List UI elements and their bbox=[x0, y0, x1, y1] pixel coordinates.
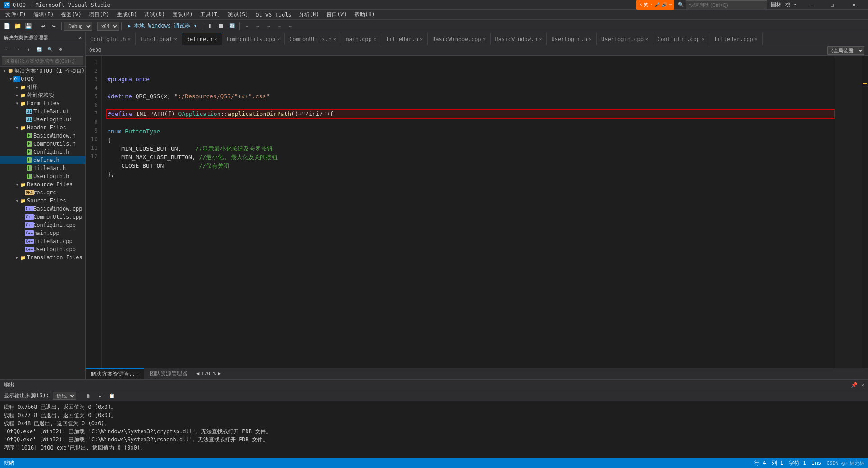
tab-close-userlogin-cpp[interactable]: ✕ bbox=[645, 37, 648, 41]
tree-expand-formfiles[interactable]: ▼ bbox=[14, 101, 20, 106]
quick-search-input[interactable] bbox=[686, 0, 767, 9]
tab-close-basicwindow-h[interactable]: ✕ bbox=[539, 37, 542, 41]
tab-configini-cpp[interactable]: ConfigIni.cpp✕ bbox=[653, 33, 709, 45]
close-button[interactable]: ✕ bbox=[844, 0, 864, 10]
tab-titlebar-cpp[interactable]: TitleBar.cpp✕ bbox=[709, 33, 763, 45]
tree-item-basicwindow-cpp[interactable]: C++BasicWindow.cpp bbox=[0, 205, 85, 213]
tab-close-main-cpp[interactable]: ✕ bbox=[374, 37, 376, 41]
tb-btn3[interactable]: 🔄 bbox=[227, 21, 237, 31]
tab-basicwindow-h[interactable]: BasicWindow.h✕ bbox=[491, 33, 547, 45]
tab-functional[interactable]: functional✕ bbox=[136, 33, 182, 45]
tree-item-userlogin-h[interactable]: HUserLogin.h bbox=[0, 172, 85, 180]
tree-item-userlogin-cpp[interactable]: C++UserLogin.cpp bbox=[0, 245, 85, 253]
output-pin-icon[interactable]: 📌 bbox=[851, 382, 858, 388]
tree-item-formfiles[interactable]: ▼📁Form Files bbox=[0, 99, 85, 107]
tree-expand-configini-h[interactable] bbox=[21, 149, 26, 155]
pt-btn1[interactable]: ← bbox=[2, 44, 12, 54]
tab-close-basicwindow-cpp[interactable]: ✕ bbox=[483, 37, 485, 41]
pt-btn2[interactable]: → bbox=[13, 44, 23, 54]
tree-item-qtqq[interactable]: ▼QtQTQQ bbox=[0, 75, 85, 83]
zoom-right-btn[interactable]: ▶ bbox=[218, 371, 221, 376]
tree-item-define-h[interactable]: Hdefine.h bbox=[0, 156, 85, 164]
tab-commonutils-h[interactable]: CommonUtils.h✕ bbox=[285, 33, 341, 45]
tab-close-define-h[interactable]: ✕ bbox=[215, 37, 217, 41]
code-content[interactable]: #pragma once #define QRC_QSS(x) ":/Resou… bbox=[102, 56, 835, 368]
debug-dropdown[interactable]: Debug bbox=[64, 22, 92, 31]
tree-expand-titlebar-ui[interactable] bbox=[21, 109, 26, 114]
menu-item-N[interactable]: 分析(N) bbox=[295, 10, 323, 20]
tab-close-configini-cpp[interactable]: ✕ bbox=[702, 37, 704, 41]
tree-expand-define-h[interactable] bbox=[21, 157, 26, 163]
tab-userlogin-h[interactable]: UserLogin.h✕ bbox=[547, 33, 597, 45]
zoom-left-btn[interactable]: ◀ bbox=[196, 371, 200, 376]
platform-dropdown[interactable]: x64 bbox=[97, 22, 119, 31]
tree-item-headerfiles[interactable]: ▼📁Header Files bbox=[0, 124, 85, 132]
tree-item-titlebar-cpp[interactable]: C++TitleBar.cpp bbox=[0, 237, 85, 245]
tab-userlogin-cpp[interactable]: UserLogin.cpp✕ bbox=[597, 33, 653, 45]
bottom-tab-solution[interactable]: 解决方案资源管... bbox=[86, 368, 144, 379]
tree-item-commonutils-h[interactable]: HCommonUtils.h bbox=[0, 140, 85, 148]
tree-item-res-qrc[interactable]: QRCres.qrc bbox=[0, 188, 85, 197]
tree-item-yilai[interactable]: ▶📁引用 bbox=[0, 83, 85, 91]
tree-item-titlebar-ui[interactable]: UITitleBar.ui bbox=[0, 107, 85, 115]
menu-item-M[interactable]: 团队(M) bbox=[169, 10, 196, 20]
tree-expand-headerfiles[interactable]: ▼ bbox=[14, 125, 20, 130]
menu-item-V[interactable]: 视图(V) bbox=[57, 10, 85, 20]
output-wrap-btn[interactable]: ↵ bbox=[95, 391, 105, 401]
output-close-icon[interactable]: ✕ bbox=[861, 382, 864, 388]
output-clear-btn[interactable]: 🗑 bbox=[83, 391, 93, 401]
tree-expand-sourcefiles[interactable]: ▼ bbox=[14, 198, 20, 203]
tab-main-cpp[interactable]: main.cpp✕ bbox=[341, 33, 381, 45]
menu-item-W[interactable]: 窗口(W) bbox=[323, 10, 351, 20]
zoom-control[interactable]: ◀ 120 % ▶ bbox=[196, 371, 221, 376]
tab-configini-h[interactable]: ConfigIni.h✕ bbox=[86, 33, 136, 45]
pt-btn4[interactable]: 🔄 bbox=[34, 44, 44, 54]
tab-commonutils-cpp[interactable]: CommonUtils.cpp✕ bbox=[222, 33, 285, 45]
tree-item-sourcefiles[interactable]: ▼📁Source Files bbox=[0, 197, 85, 205]
tree-item-commonutils-cpp[interactable]: C++CommonUtils.cpp bbox=[0, 213, 85, 221]
tree-expand-waibuyilai[interactable]: ▶ bbox=[14, 92, 20, 98]
scope-select[interactable]: (全局范围) bbox=[827, 46, 864, 55]
scrollbar-right[interactable] bbox=[862, 56, 868, 368]
tb-btn1[interactable]: ⏸ bbox=[206, 21, 215, 31]
menu-item-B[interactable]: 生成(B) bbox=[113, 10, 141, 20]
menu-item-S[interactable]: 测试(S) bbox=[224, 10, 252, 20]
sougou-widget[interactable]: S 英 · 🎤 🔊 ⌨ bbox=[636, 0, 674, 10]
user-label[interactable]: 国林 桃 ▾ bbox=[771, 1, 797, 9]
tree-expand-basicwindow-h[interactable] bbox=[21, 133, 26, 138]
menu-item-F[interactable]: 文件(F) bbox=[2, 10, 30, 20]
tb-btn2[interactable]: ⏹ bbox=[216, 21, 226, 31]
undo-btn[interactable]: ↩ bbox=[38, 21, 48, 31]
menu-item-P[interactable]: 项目(P) bbox=[85, 10, 113, 20]
pt-btn6[interactable]: ⚙ bbox=[56, 44, 66, 54]
tb-more4[interactable]: ⋯ bbox=[274, 21, 284, 31]
tree-item-translationfiles[interactable]: ▶📁Translation Files bbox=[0, 253, 85, 262]
code-editor[interactable]: 123456789101112 #pragma once #define QRC… bbox=[86, 56, 868, 368]
tree-item-titlebar-h[interactable]: HTitleBar.h bbox=[0, 164, 85, 172]
tree-item-basicwindow-h[interactable]: HBasicWindow.h bbox=[0, 132, 85, 140]
panel-close-btn[interactable]: ✕ bbox=[78, 35, 82, 41]
tree-item-userlogin-ui[interactable]: UIUserLogin.ui bbox=[0, 115, 85, 124]
tree-expand-yilai[interactable]: ▶ bbox=[14, 84, 20, 90]
minimize-button[interactable]: — bbox=[800, 0, 821, 10]
new-project-btn[interactable]: 📄 bbox=[2, 21, 12, 31]
tab-define-h[interactable]: define.h✕ bbox=[182, 33, 222, 45]
menu-item-D[interactable]: 调试(D) bbox=[141, 10, 169, 20]
tab-close-titlebar-cpp[interactable]: ✕ bbox=[755, 37, 758, 41]
pt-btn5[interactable]: 🔍 bbox=[45, 44, 55, 54]
redo-btn[interactable]: ↪ bbox=[49, 21, 59, 31]
tab-close-functional[interactable]: ✕ bbox=[174, 37, 177, 41]
tab-close-configini-h[interactable]: ✕ bbox=[128, 37, 130, 41]
solution-search-input[interactable] bbox=[2, 56, 83, 65]
tree-item-main-cpp[interactable]: C++main.cpp bbox=[0, 229, 85, 237]
tb-more5[interactable]: ⋯ bbox=[285, 21, 295, 31]
tab-close-titlebar-h[interactable]: ✕ bbox=[420, 37, 423, 41]
menu-item-H[interactable]: 帮助(H) bbox=[351, 10, 379, 20]
menu-item-E[interactable]: 编辑(E) bbox=[30, 10, 58, 20]
tree-expand-userlogin-ui[interactable] bbox=[21, 117, 26, 122]
output-source-select[interactable]: 调试 bbox=[53, 392, 76, 400]
tab-close-userlogin-h[interactable]: ✕ bbox=[589, 37, 592, 41]
save-btn[interactable]: 💾 bbox=[23, 21, 33, 31]
bottom-tab-team[interactable]: 团队资源管理器 bbox=[144, 368, 193, 379]
tree-expand-translationfiles[interactable]: ▶ bbox=[14, 255, 20, 260]
